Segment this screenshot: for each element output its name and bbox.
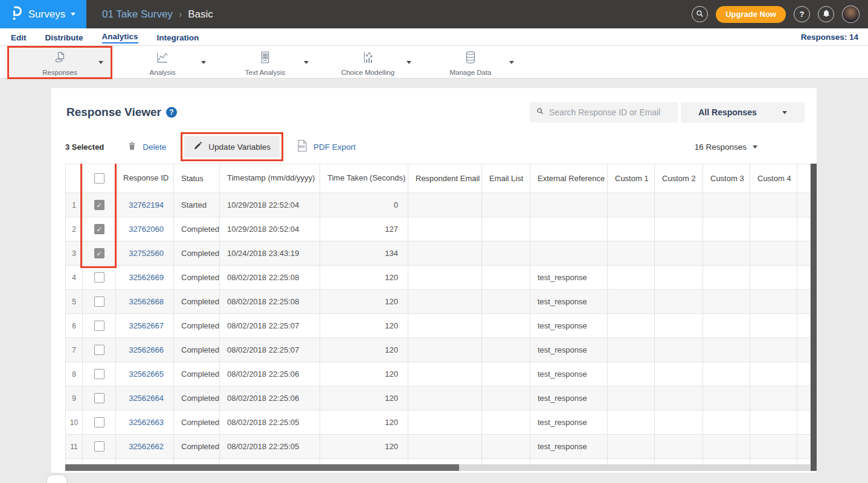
external-reference-cell: test_response bbox=[530, 338, 608, 362]
response-viewer-help-icon[interactable]: ? bbox=[166, 107, 177, 118]
toolbar-item-manage-data[interactable]: Manage Data bbox=[419, 46, 522, 78]
user-avatar[interactable] bbox=[842, 5, 860, 23]
external-reference-cell bbox=[530, 193, 608, 217]
time-taken-cell: 0 bbox=[320, 193, 408, 217]
table-row: 532562668Completed08/02/2018 22:25:08120… bbox=[66, 290, 811, 314]
response-id-link[interactable] bbox=[116, 459, 174, 465]
manage-data-dropdown-caret-icon[interactable] bbox=[509, 61, 514, 64]
col-header-custom-2: Custom 2 bbox=[655, 164, 703, 193]
timestamp-cell: 08/02/2018 22:25:06 bbox=[220, 362, 320, 386]
external-reference-cell: test_response bbox=[530, 411, 608, 435]
time-taken-cell: 120 bbox=[320, 411, 408, 435]
nav-item-distribute[interactable]: Distribute bbox=[45, 32, 83, 42]
upgrade-now-button[interactable]: Upgrade Now bbox=[716, 6, 786, 23]
custom-4-cell bbox=[750, 338, 797, 362]
help-button[interactable]: ? bbox=[794, 6, 810, 22]
response-id-link[interactable]: 32562664 bbox=[116, 386, 174, 411]
nav-item-edit[interactable]: Edit bbox=[11, 32, 27, 42]
custom-4-cell bbox=[750, 266, 797, 290]
delete-button[interactable]: Delete bbox=[127, 141, 166, 153]
email-list-cell bbox=[482, 314, 530, 338]
pdf-export-button[interactable]: PDF PDF Export bbox=[297, 139, 356, 154]
custom-3-cell bbox=[703, 193, 750, 217]
col-header-timestamp[interactable]: Timestamp (mm/dd/yyyy) bbox=[220, 164, 320, 193]
status-cell: Started bbox=[174, 193, 220, 217]
notifications-button[interactable] bbox=[818, 6, 834, 22]
time-taken-cell: 120 bbox=[320, 338, 408, 362]
response-id-link[interactable]: 32562663 bbox=[116, 411, 174, 435]
global-search-button[interactable] bbox=[692, 6, 708, 22]
text-analysis-dropdown-caret-icon[interactable] bbox=[304, 61, 309, 64]
toolbar-item-text-analysis[interactable]: Text Analysis bbox=[214, 46, 317, 78]
email-list-cell bbox=[482, 266, 530, 290]
row-checkbox[interactable] bbox=[94, 417, 104, 427]
status-cell: Completed bbox=[174, 435, 220, 459]
choice-modelling-dropdown-caret-icon[interactable] bbox=[407, 61, 411, 64]
toolbar-item-choice-modelling[interactable]: Choice Modelling bbox=[317, 46, 419, 78]
response-id-link[interactable]: 32562665 bbox=[116, 362, 174, 386]
app-menu-surveys[interactable]: Surveys bbox=[0, 0, 86, 28]
response-id-link[interactable]: 32562666 bbox=[116, 338, 174, 362]
row-checkbox[interactable]: ✓ bbox=[94, 248, 104, 258]
row-checkbox[interactable] bbox=[94, 393, 104, 403]
response-id-link[interactable]: 32562667 bbox=[116, 314, 174, 338]
response-id-link[interactable]: 32562669 bbox=[116, 266, 174, 290]
col-header-external-reference: External Reference bbox=[530, 164, 608, 193]
row-checkbox[interactable] bbox=[94, 345, 104, 355]
update-variables-button[interactable]: Update Variables bbox=[184, 136, 280, 158]
respondent-email-cell bbox=[408, 386, 482, 411]
response-id-link[interactable]: 32762194 bbox=[116, 193, 174, 217]
selected-count: 3 Selected bbox=[65, 142, 104, 152]
select-all-checkbox[interactable] bbox=[94, 173, 104, 184]
custom-4-cell bbox=[750, 242, 797, 266]
responses-dropdown-caret-icon[interactable] bbox=[98, 61, 103, 64]
external-reference-cell bbox=[530, 217, 608, 242]
row-checkbox-cell bbox=[83, 314, 116, 338]
col-header-response-id[interactable]: Response ID bbox=[116, 164, 174, 193]
row-checkbox[interactable]: ✓ bbox=[94, 224, 104, 234]
row-checkbox[interactable] bbox=[94, 272, 104, 283]
custom-3-cell bbox=[703, 411, 750, 435]
toolbar-item-responses[interactable]: Responses bbox=[8, 46, 111, 78]
nav-item-integration[interactable]: Integration bbox=[157, 32, 199, 42]
row-checkbox[interactable] bbox=[94, 441, 104, 452]
svg-text:PDF: PDF bbox=[298, 145, 305, 149]
time-taken-cell: 120 bbox=[320, 386, 408, 411]
response-id-link[interactable]: 32562668 bbox=[116, 290, 174, 314]
status-cell: Completed bbox=[174, 290, 220, 314]
custom-2-cell bbox=[655, 193, 703, 217]
vertical-scrollbar[interactable] bbox=[811, 164, 817, 471]
horizontal-scrollbar[interactable] bbox=[65, 464, 811, 471]
response-filter-dropdown[interactable]: All Responses bbox=[681, 102, 805, 123]
col-header-email-list: Email List bbox=[482, 164, 530, 193]
toolbar-item-analysis[interactable]: Analysis bbox=[111, 46, 214, 78]
nav-item-analytics[interactable]: Analytics bbox=[102, 31, 138, 43]
table-row: 1032562663Completed08/02/2018 22:25:0512… bbox=[66, 411, 811, 435]
external-reference-cell bbox=[530, 242, 608, 266]
response-search-box bbox=[530, 102, 678, 123]
custom-1-cell bbox=[608, 386, 655, 411]
custom-2-cell bbox=[655, 266, 703, 290]
response-id-link[interactable]: 32562662 bbox=[116, 435, 174, 459]
row-checkbox[interactable]: ✓ bbox=[94, 200, 104, 210]
table-row: 12 bbox=[66, 459, 811, 465]
survey-nav: Edit Distribute Analytics Integration Re… bbox=[0, 28, 868, 46]
response-id-link[interactable]: 32752560 bbox=[116, 242, 174, 266]
row-number-cell: 6 bbox=[66, 314, 83, 338]
row-checkbox[interactable] bbox=[94, 369, 104, 379]
row-checkbox[interactable] bbox=[94, 321, 104, 331]
horizontal-scrollbar-thumb[interactable] bbox=[65, 464, 459, 471]
overflow-cell bbox=[797, 386, 811, 411]
page-size-dropdown[interactable]: 16 Responses bbox=[695, 142, 757, 152]
row-checkbox[interactable] bbox=[94, 296, 104, 307]
analysis-dropdown-caret-icon[interactable] bbox=[201, 61, 206, 64]
row-checkbox-cell: ✓ bbox=[83, 242, 116, 266]
chat-widget-corner[interactable] bbox=[47, 475, 66, 483]
breadcrumb-survey-link[interactable]: 01 Take Survey bbox=[102, 8, 173, 21]
responses-icon bbox=[51, 50, 68, 68]
search-input[interactable] bbox=[549, 107, 672, 117]
external-reference-cell: test_response bbox=[530, 386, 608, 411]
response-id-link[interactable]: 32762060 bbox=[116, 217, 174, 242]
col-header-time-taken[interactable]: Time Taken (Seconds) bbox=[320, 164, 408, 193]
timestamp-cell bbox=[220, 459, 320, 465]
